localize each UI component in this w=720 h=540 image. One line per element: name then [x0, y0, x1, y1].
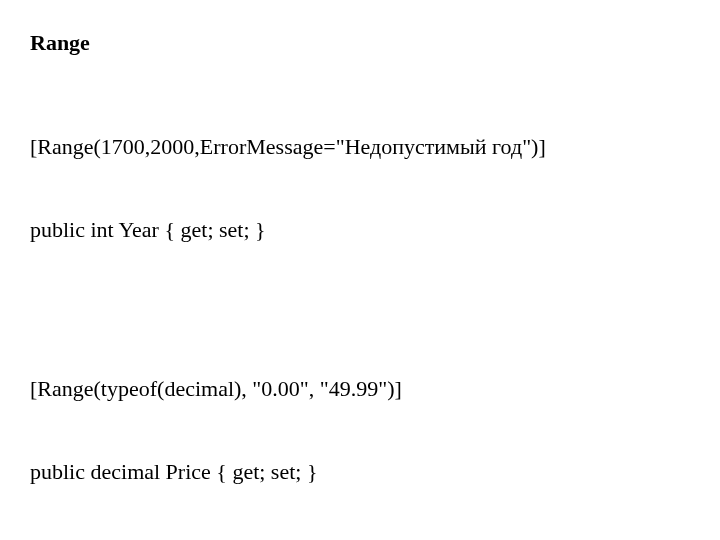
code-line: public int Year { get; set; } — [30, 216, 720, 244]
section-range: Range [Range(1700,2000,ErrorMessage="Нед… — [30, 30, 720, 540]
code-line: public decimal Price { get; set; } — [30, 458, 720, 486]
code-group: [Range(1700,2000,ErrorMessage="Недопусти… — [30, 78, 720, 298]
section-heading: Range — [30, 30, 720, 56]
code-group: [Range(typeof(decimal), "0.00", "49.99")… — [30, 320, 720, 540]
code-line: [Range(1700,2000,ErrorMessage="Недопусти… — [30, 133, 720, 161]
document-page: Range [Range(1700,2000,ErrorMessage="Нед… — [0, 0, 720, 540]
code-line: [Range(typeof(decimal), "0.00", "49.99")… — [30, 375, 720, 403]
